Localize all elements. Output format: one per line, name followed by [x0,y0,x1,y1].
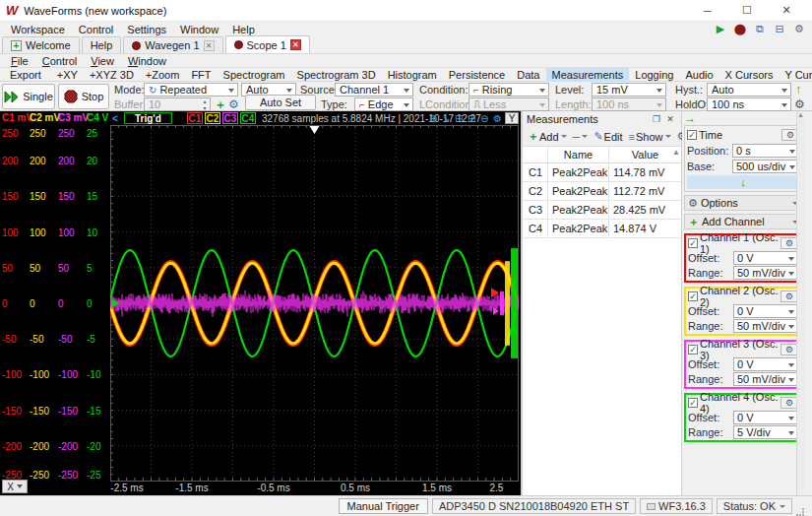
stop-button[interactable]: Stop [58,84,109,109]
run-icon[interactable]: ▶ [712,23,729,36]
auto-set-button[interactable]: Auto Set [245,95,316,110]
view-tab-y-cursors[interactable]: Y Cursors [779,68,812,82]
status-indicator[interactable]: Status: OK [717,498,792,514]
instrument-menu-control[interactable]: Control [35,55,84,67]
manual-trigger-button[interactable]: Manual Trigger [339,498,428,514]
single-button[interactable]: Single [2,84,55,109]
options-button[interactable]: ⚙ Options [684,195,802,211]
tab-help[interactable]: Help [82,36,122,53]
channel-checkbox[interactable]: ✓ [688,291,698,301]
tab-scope-1[interactable]: Scope 1✕ [225,35,310,53]
length-select[interactable]: 100 ns [592,97,666,111]
table-row[interactable]: C4Peak2Peak14.874 V [523,220,681,238]
close-tab-icon[interactable]: ✕ [290,39,301,50]
base-select[interactable]: 500 us/div [732,160,799,173]
view-tab--xy[interactable]: +XY [51,68,84,82]
offset-select[interactable]: 0 V [733,411,798,424]
range-select[interactable]: 50 mV/div [733,372,798,386]
buffer-input[interactable]: 10 [144,97,201,111]
buffer-add-icon[interactable]: ＋ [215,97,226,111]
table-row[interactable]: C2Peak2Peak112.72 mV [523,182,681,201]
view-tab-spectrogram[interactable]: Spectrogram [218,68,291,82]
channel-toggle-c4[interactable]: C4 [240,112,256,124]
view-tab-fft[interactable]: FFT [185,68,217,82]
show-measurement-button[interactable]: ≡Show [627,129,673,145]
measurements-table[interactable]: ▲ NameValueC1Peak2Peak114.78 mVC2Peak2Pe… [523,147,681,495]
scroll-up-icon[interactable]: ▲ [672,148,680,157]
tab-wavegen-1[interactable]: Wavegen 1✕ [123,36,222,53]
edit-measurement-button[interactable]: ✎Edit [592,129,624,145]
zoom-in-icon[interactable]: ⊕ [429,112,437,124]
menu-settings[interactable]: Settings [120,24,173,35]
remove-measurement-button[interactable]: ─ [571,129,591,145]
table-row[interactable]: C3Peak2Peak28.425 mV [523,201,681,220]
time-checkbox[interactable]: ✓ [687,130,697,140]
plot-settings-icon[interactable]: ⚙ [493,112,502,124]
view-tab-audio[interactable]: Audio [679,68,718,82]
offset-select[interactable]: 0 V [733,357,798,371]
instrument-menu-window[interactable]: Window [121,55,173,67]
view-tab--zoom[interactable]: +Zoom [140,68,186,82]
offset-select[interactable]: 0 V [733,304,798,318]
minimize-button[interactable]: ─ [688,1,727,21]
menu-workspace[interactable]: Workspace [4,24,72,35]
cascade-windows-icon[interactable]: ⧉ [751,23,769,36]
range-select[interactable]: 50 mV/div [733,319,798,333]
close-tab-icon[interactable]: ✕ [204,40,215,51]
menu-control[interactable]: Control [72,24,120,35]
collapse-panel-icon[interactable]: → [684,113,696,124]
view-tab--xyz-3d[interactable]: +XYZ 3D [84,68,140,82]
instrument-menu-file[interactable]: File [4,55,35,67]
add-instrument-icon[interactable]: + [11,40,22,51]
table-row[interactable]: C1Peak2Peak114.78 mV [523,163,681,182]
source-select[interactable]: Channel 1 [335,83,413,97]
range-select[interactable]: 50 mV/div [733,266,798,280]
y-axis-button[interactable]: Y [505,112,519,124]
resize-grip[interactable] [796,508,804,516]
view-tab-x-cursors[interactable]: X Cursors [719,68,780,82]
mode-select[interactable]: ↻ Repeated [144,83,238,97]
view-tab-measurements[interactable]: Measurements [546,68,630,82]
view-tab-persistence[interactable]: Persistence [443,68,511,82]
view-tab-logging[interactable]: Logging [629,68,679,82]
zoom-out-icon[interactable]: ⊖ [480,112,488,124]
type-select[interactable]: ⌐ Edge [354,97,413,111]
panel-scrollbar[interactable]: ▲ [796,111,804,495]
view-tab-export[interactable]: Export [4,68,47,82]
maximize-button[interactable]: ☐ [727,1,767,21]
holdoff-select[interactable]: 100 ns [707,97,791,111]
channel-toggle-c3[interactable]: C3 [222,112,238,124]
close-panel-icon[interactable]: ✕ [663,114,677,124]
view-tab-histogram[interactable]: Histogram [382,68,443,82]
channel-checkbox[interactable]: ✓ [688,345,698,355]
hyst-select[interactable]: Auto [707,83,791,97]
channel-checkbox[interactable]: ✓ [688,238,698,248]
view-tab-spectrogram-3d[interactable]: Spectrogram 3D [291,68,382,82]
add-channel-button[interactable]: ＋ Add Channel [684,214,802,229]
lcondition-select[interactable]: ⎍ Less [468,97,549,111]
close-button[interactable]: ✕ [767,1,806,21]
waveform-plot[interactable] [110,125,519,482]
channel-checkbox[interactable]: ✓ [688,398,698,408]
x-axis-button[interactable]: X [2,480,28,493]
menu-help[interactable]: Help [225,24,262,35]
time-adjust-bar[interactable]: ↓ [687,175,799,189]
offset-select[interactable]: 0 V [733,251,798,265]
tab-welcome[interactable]: +Welcome [2,36,80,53]
channel-toggle-c2[interactable]: C2 [205,112,220,124]
pan-icon[interactable]: ↘ [442,112,450,124]
fit-width-icon[interactable]: ⊞ [468,112,475,124]
level-select[interactable]: 15 mV [592,83,666,97]
history-back-icon[interactable]: < [112,112,118,124]
fit-height-icon[interactable]: ⊟ [455,112,463,124]
position-select[interactable]: 0 s [732,144,799,158]
menu-window[interactable]: Window [173,24,225,35]
record-icon[interactable]: ⬤ [731,23,749,36]
add-measurement-button[interactable]: ＋Add [526,129,569,145]
tile-windows-icon[interactable]: ⊟ [771,23,788,36]
condition-select[interactable]: ⌐ Rising [468,83,549,97]
settings-icon[interactable]: ⚙ [790,23,808,36]
channel-toggle-c1[interactable]: C1 [187,112,203,124]
view-tab-data[interactable]: Data [511,68,545,82]
instrument-menu-view[interactable]: View [84,55,121,67]
